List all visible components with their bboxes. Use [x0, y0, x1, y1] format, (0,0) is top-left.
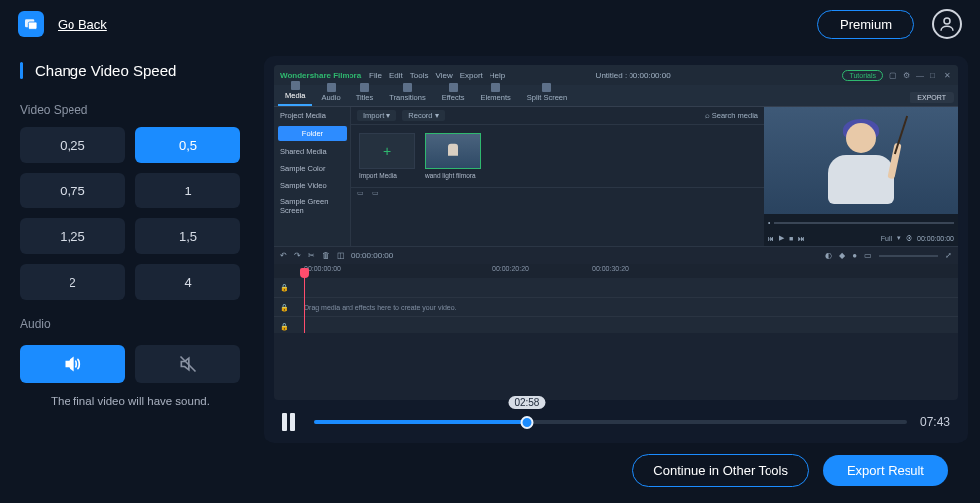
- tutorials-pill[interactable]: Tutorials: [842, 70, 883, 81]
- pv-next-icon[interactable]: ⏭: [798, 235, 805, 242]
- preview-seekbar[interactable]: •: [764, 214, 958, 230]
- editor-menu-help[interactable]: Help: [490, 71, 505, 80]
- editor-left-item[interactable]: Shared Media: [274, 143, 350, 160]
- editor-screenshot: Wondershare Filmora FileEditToolsViewExp…: [274, 65, 958, 400]
- editor-tab-transitions[interactable]: Transitions: [382, 80, 432, 106]
- window-min-icon[interactable]: —: [916, 71, 924, 80]
- speed-option-1[interactable]: 1: [135, 173, 240, 208]
- tl-cut-icon[interactable]: ✂: [308, 251, 315, 260]
- speed-option-4[interactable]: 4: [135, 264, 240, 300]
- speed-option-1-5[interactable]: 1,5: [135, 218, 240, 254]
- editor-menu-edit[interactable]: Edit: [389, 71, 403, 80]
- speed-option-2[interactable]: 2: [20, 264, 125, 300]
- audio-on-button[interactable]: [20, 345, 125, 383]
- editor-menu-file[interactable]: File: [369, 71, 382, 80]
- import-media-caption: Import Media: [359, 172, 415, 179]
- editor-left-item[interactable]: Sample Video: [274, 177, 350, 193]
- ruler-time: 00:00:30:20: [592, 265, 629, 272]
- editor-tab-media[interactable]: Media: [278, 78, 312, 106]
- import-dropdown[interactable]: Import ▾: [357, 110, 396, 121]
- editor-left-item[interactable]: Folder: [278, 126, 347, 141]
- window-settings-icon[interactable]: ⚙: [903, 71, 910, 80]
- editor-left-col: Project MediaFolderShared MediaSample Co…: [274, 107, 351, 246]
- editor-tab-effects[interactable]: Effects: [435, 80, 472, 106]
- premium-button[interactable]: Premium: [817, 10, 914, 39]
- speed-grid: 0,250,50,7511,251,524: [20, 127, 240, 300]
- timeline-tracks[interactable]: 🔒 🔒Drag media and effects here to create…: [274, 278, 958, 333]
- audio-desc: The final video will have sound.: [20, 395, 240, 407]
- window-close-icon[interactable]: ✕: [944, 71, 952, 80]
- export-result-button[interactable]: Export Result: [823, 455, 948, 486]
- tl-undo-icon[interactable]: ↶: [280, 251, 287, 260]
- import-media-tile[interactable]: + Import Media: [359, 133, 415, 179]
- record-dropdown[interactable]: Record ▾: [402, 110, 444, 121]
- editor-left-item[interactable]: Sample Green Screen: [274, 193, 350, 219]
- seek-track[interactable]: 02:58: [314, 413, 907, 431]
- editor-tab-elements[interactable]: Elements: [473, 80, 517, 106]
- speed-option-0-5[interactable]: 0,5: [135, 127, 240, 163]
- topbar-left: Go Back: [18, 11, 107, 37]
- editor-menu: FileEditToolsViewExportHelp: [369, 71, 505, 80]
- pause-button[interactable]: [282, 413, 300, 431]
- topbar: Go Back Premium: [0, 0, 980, 48]
- tl-crop-icon[interactable]: ◫: [337, 251, 345, 260]
- editor-tab-audio[interactable]: Audio: [314, 80, 347, 106]
- editor-mid-col: Import ▾ Record ▾ ⌕ Search media + Impor…: [351, 107, 764, 246]
- tl-render-icon[interactable]: ▭: [864, 251, 872, 260]
- tl-delete-icon[interactable]: 🗑: [322, 251, 330, 260]
- video-speed-label: Video Speed: [20, 103, 240, 117]
- editor-tab-split-screen[interactable]: Split Screen: [520, 80, 574, 106]
- tl-mixer-icon[interactable]: ◐: [825, 251, 832, 260]
- tl-fit-icon[interactable]: ⤢: [945, 251, 952, 260]
- editor-left-item[interactable]: Project Media: [274, 107, 350, 124]
- sidebar: Change Video Speed Video Speed 0,250,50,…: [0, 48, 260, 503]
- tl-record-icon[interactable]: ●: [852, 251, 857, 260]
- window-max-icon[interactable]: □: [930, 71, 938, 80]
- editor-tabbar: MediaAudioTitlesTransitionsEffectsElemen…: [274, 85, 958, 107]
- ruler-time: 00:00:00:00: [304, 265, 341, 272]
- editor-menu-tools[interactable]: Tools: [410, 71, 429, 80]
- editor-left-item[interactable]: Sample Color: [274, 160, 350, 177]
- audio-off-button[interactable]: [135, 345, 240, 383]
- tl-redo-icon[interactable]: ↷: [294, 251, 301, 260]
- speed-option-0-75[interactable]: 0,75: [20, 173, 125, 208]
- audio-label: Audio: [20, 317, 240, 331]
- total-duration: 07:43: [920, 415, 950, 429]
- svg-point-2: [944, 18, 950, 24]
- pv-snapshot-icon[interactable]: ⦿: [906, 235, 912, 242]
- pv-stop-icon[interactable]: ■: [789, 235, 793, 242]
- svg-rect-1: [28, 22, 37, 29]
- profile-icon[interactable]: [932, 9, 962, 39]
- sidebar-title-row: Change Video Speed: [20, 62, 240, 79]
- preview-controls: ⏮ ▶ ■ ⏭ Full ▾ ⦿ 00:00:00:00: [764, 230, 958, 246]
- editor-body: Project MediaFolderShared MediaSample Co…: [274, 107, 958, 246]
- clip-tile[interactable]: wand light filmora: [425, 133, 481, 179]
- sidebar-title: Change Video Speed: [35, 63, 176, 79]
- pv-play-icon[interactable]: ▶: [779, 234, 784, 242]
- continue-other-tools-button[interactable]: Continue in Other Tools: [632, 454, 809, 487]
- pv-full-label[interactable]: Full: [881, 235, 892, 242]
- seek-thumb[interactable]: [520, 416, 533, 429]
- editor-menu-view[interactable]: View: [435, 71, 452, 80]
- pv-prev-icon[interactable]: ⏮: [768, 235, 774, 242]
- go-back-link[interactable]: Go Back: [58, 17, 107, 32]
- tl-marker-icon[interactable]: ◆: [839, 251, 845, 260]
- ruler-time: 00:00:20:20: [492, 265, 529, 272]
- content: Wondershare Filmora FileEditToolsViewExp…: [260, 48, 980, 503]
- player-bar: 02:58 07:43: [264, 400, 968, 443]
- editor-project-status: Untitled : 00:00:00:00: [596, 71, 671, 80]
- window-export-icon[interactable]: ▢: [889, 71, 897, 80]
- editor-mid-bar: Import ▾ Record ▾ ⌕ Search media: [351, 107, 764, 125]
- clip-caption: wand light filmora: [425, 172, 481, 179]
- playhead-icon[interactable]: [304, 278, 305, 333]
- editor-export-button[interactable]: EXPORT: [910, 92, 954, 103]
- editor-tab-titles[interactable]: Titles: [350, 80, 381, 106]
- speed-option-0-25[interactable]: 0,25: [20, 127, 125, 163]
- speed-option-1-25[interactable]: 1,25: [20, 218, 125, 254]
- drag-hint: Drag media and effects here to create yo…: [294, 304, 457, 311]
- preview-person: [826, 117, 896, 204]
- topbar-right: Premium: [817, 9, 962, 39]
- editor-menu-export[interactable]: Export: [460, 71, 483, 80]
- audio-toggle-row: [20, 345, 240, 383]
- timeline-ruler[interactable]: 00:00:00:0000:00:20:2000:00:30:20: [274, 264, 958, 278]
